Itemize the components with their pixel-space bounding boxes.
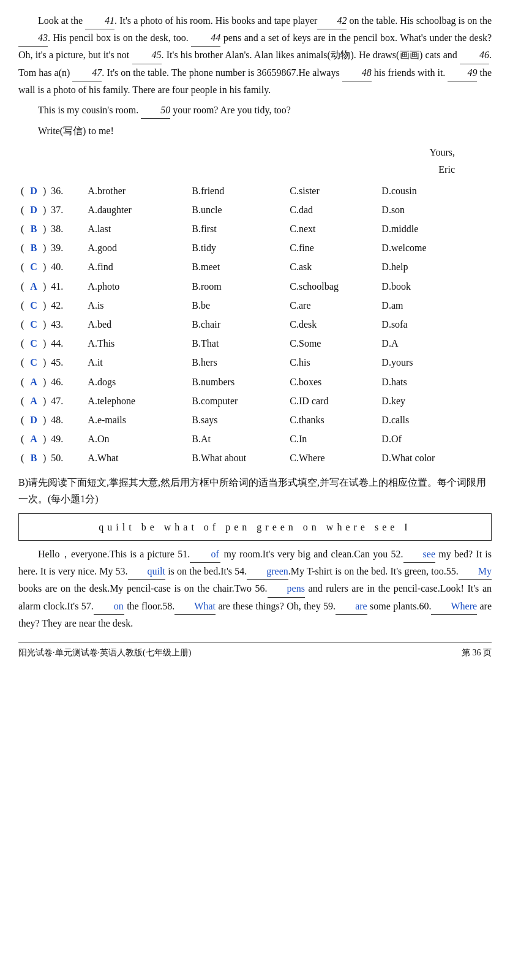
mcq-row: ( C ) 42. A.is B.be C.are D.am [18, 296, 492, 315]
mc-close-paren: ) [40, 448, 48, 467]
mc-answer: C [27, 296, 40, 315]
mcq-row: ( B ) 39. A.good B.tidy C.fine D.welcome [18, 238, 492, 257]
mc-option-c: C.sister [287, 181, 379, 200]
passage2-block: Hello，everyone.This is a picture 51.of m… [18, 546, 492, 631]
mc-option-b: B.uncle [189, 200, 287, 219]
mc-open-paren: ( [18, 238, 27, 257]
blank-46: 46 [460, 47, 489, 64]
mc-option-b: B.chair [189, 315, 287, 334]
passage-paragraph-1: Look at the 41. It's a photo of his room… [18, 12, 492, 98]
mc-option-a: A.last [85, 219, 189, 238]
mcq-row: ( A ) 47. A.telephone B.computer C.ID ca… [18, 391, 492, 410]
sign-line1: Yours, [18, 144, 455, 160]
sign-block: Yours, Eric [18, 144, 455, 177]
mc-option-a: A.This [85, 334, 189, 353]
mc-option-b: B.That [189, 334, 287, 353]
passage-paragraph-2: This is my cousin's room. 50 your room? … [18, 102, 492, 119]
blank-45: 45 [132, 47, 162, 64]
mc-option-b: B.room [189, 277, 287, 296]
mc-option-d: D.book [379, 277, 492, 296]
mc-close-paren: ) [40, 410, 48, 429]
mc-open-paren: ( [18, 181, 27, 200]
mc-option-d: D.hats [379, 372, 492, 391]
mc-option-c: C.his [287, 353, 379, 372]
mcq-row: ( C ) 44. A.This B.That C.Some D.A [18, 334, 492, 353]
ans-52: see [403, 546, 435, 563]
mc-option-d: D.middle [379, 219, 492, 238]
passage-paragraph-3: Write(写信) to me! [18, 123, 492, 139]
mc-open-paren: ( [18, 296, 27, 315]
mcq-row: ( B ) 38. A.last B.first C.next D.middle [18, 219, 492, 238]
mc-option-c: C.Where [287, 448, 379, 467]
blank-50: 50 [141, 102, 170, 119]
mc-open-paren: ( [18, 372, 27, 391]
mc-option-a: A.bed [85, 315, 189, 334]
mc-option-c: C.are [287, 296, 379, 315]
mc-option-b: B.At [189, 429, 287, 448]
mc-option-d: D.What color [379, 448, 492, 467]
mc-close-paren: ) [40, 181, 48, 200]
mc-answer: D [27, 410, 40, 429]
mc-option-d: D.A [379, 334, 492, 353]
mc-number: 44. [48, 334, 85, 353]
footer-right: 第 36 页 [462, 646, 492, 660]
mcq-row: ( D ) 37. A.daughter B.uncle C.dad D.son [18, 200, 492, 219]
section-b-instruction: B)请先阅读下面短文,掌握其大意,然后用方框中所给词的适当形式填空,并写在试卷上… [18, 474, 492, 507]
mc-open-paren: ( [18, 334, 27, 353]
mc-option-c: C.thanks [287, 410, 379, 429]
mc-option-a: A.brother [85, 181, 189, 200]
ans-57: on [94, 598, 124, 615]
blank-43: 43 [18, 29, 48, 47]
mc-option-d: D.help [379, 257, 492, 276]
mc-option-c: C.fine [287, 238, 379, 257]
mc-option-c: C.ask [287, 257, 379, 276]
mc-close-paren: ) [40, 296, 48, 315]
mc-option-c: C.dad [287, 200, 379, 219]
mc-option-a: A.On [85, 429, 189, 448]
mcq-row: ( D ) 48. A.e-mails B.says C.thanks D.ca… [18, 410, 492, 429]
mc-open-paren: ( [18, 429, 27, 448]
mc-number: 42. [48, 296, 85, 315]
sign-line2: Eric [18, 161, 455, 178]
mc-option-d: D.sofa [379, 315, 492, 334]
mc-option-c: C.In [287, 429, 379, 448]
mcq-row: ( A ) 49. A.On B.At C.In D.Of [18, 429, 492, 448]
blank-47: 47 [72, 64, 102, 81]
mc-number: 45. [48, 353, 85, 372]
mc-answer: A [27, 391, 40, 410]
blank-48: 48 [342, 64, 372, 81]
mc-number: 36. [48, 181, 85, 200]
mcq-row: ( D ) 36. A.brother B.friend C.sister D.… [18, 181, 492, 200]
mc-number: 43. [48, 315, 85, 334]
mc-option-a: A.What [85, 448, 189, 467]
mc-number: 41. [48, 277, 85, 296]
ans-59: are [336, 598, 367, 615]
mc-option-a: A.e-mails [85, 410, 189, 429]
mc-option-d: D.key [379, 391, 492, 410]
mc-answer: C [27, 334, 40, 353]
mc-option-c: C.next [287, 219, 379, 238]
mcq-row: ( B ) 50. A.What B.What about C.Where D.… [18, 448, 492, 467]
mc-close-paren: ) [40, 353, 48, 372]
mcq-row: ( A ) 46. A.dogs B.numbers C.boxes D.hat… [18, 372, 492, 391]
mcq-row: ( C ) 40. A.find B.meet C.ask D.help [18, 257, 492, 276]
mc-number: 40. [48, 257, 85, 276]
mc-option-b: B.be [189, 296, 287, 315]
mc-option-b: B.tidy [189, 238, 287, 257]
mc-option-b: B.numbers [189, 372, 287, 391]
mc-open-paren: ( [18, 257, 27, 276]
mc-option-a: A.daughter [85, 200, 189, 219]
mc-number: 38. [48, 219, 85, 238]
mc-open-paren: ( [18, 200, 27, 219]
blank-49: 49 [448, 64, 477, 81]
mc-open-paren: ( [18, 219, 27, 238]
mc-number: 47. [48, 391, 85, 410]
mc-answer: B [27, 219, 40, 238]
mc-option-c: C.Some [287, 334, 379, 353]
mc-close-paren: ) [40, 200, 48, 219]
mc-open-paren: ( [18, 448, 27, 467]
mc-option-d: D.calls [379, 410, 492, 429]
mc-option-a: A.is [85, 296, 189, 315]
ans-53: quilt [128, 563, 165, 580]
ans-56: pens [268, 580, 305, 597]
